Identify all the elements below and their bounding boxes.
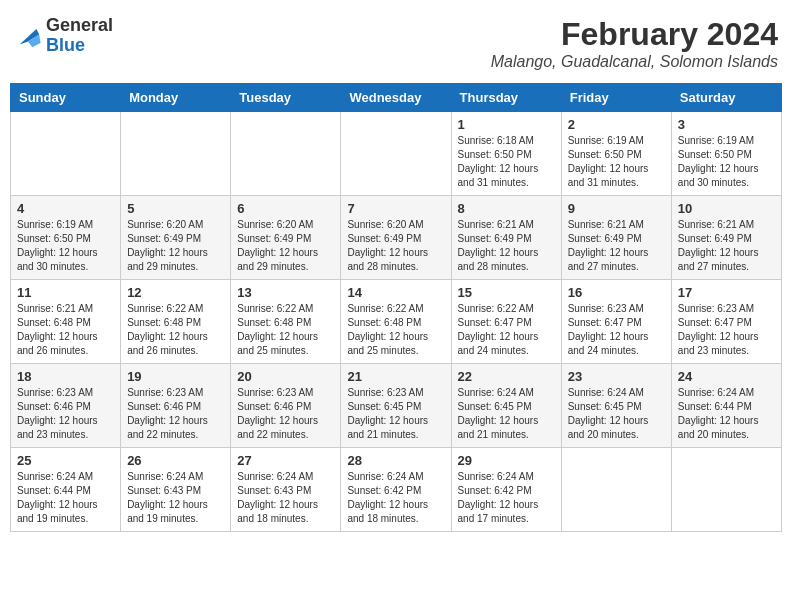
calendar-header-row: Sunday Monday Tuesday Wednesday Thursday… xyxy=(11,84,782,112)
day-info: Sunrise: 6:24 AM Sunset: 6:45 PM Dayligh… xyxy=(458,386,555,442)
day-number: 24 xyxy=(678,369,775,384)
day-number: 2 xyxy=(568,117,665,132)
day-info: Sunrise: 6:23 AM Sunset: 6:47 PM Dayligh… xyxy=(678,302,775,358)
calendar-cell: 15Sunrise: 6:22 AM Sunset: 6:47 PM Dayli… xyxy=(451,280,561,364)
calendar-cell: 13Sunrise: 6:22 AM Sunset: 6:48 PM Dayli… xyxy=(231,280,341,364)
day-info: Sunrise: 6:23 AM Sunset: 6:46 PM Dayligh… xyxy=(17,386,114,442)
day-number: 17 xyxy=(678,285,775,300)
day-number: 16 xyxy=(568,285,665,300)
day-number: 6 xyxy=(237,201,334,216)
day-number: 14 xyxy=(347,285,444,300)
calendar-cell: 22Sunrise: 6:24 AM Sunset: 6:45 PM Dayli… xyxy=(451,364,561,448)
day-number: 3 xyxy=(678,117,775,132)
calendar-cell: 9Sunrise: 6:21 AM Sunset: 6:49 PM Daylig… xyxy=(561,196,671,280)
day-info: Sunrise: 6:20 AM Sunset: 6:49 PM Dayligh… xyxy=(347,218,444,274)
day-info: Sunrise: 6:21 AM Sunset: 6:49 PM Dayligh… xyxy=(458,218,555,274)
day-number: 27 xyxy=(237,453,334,468)
day-info: Sunrise: 6:21 AM Sunset: 6:49 PM Dayligh… xyxy=(568,218,665,274)
col-wednesday: Wednesday xyxy=(341,84,451,112)
day-info: Sunrise: 6:23 AM Sunset: 6:46 PM Dayligh… xyxy=(237,386,334,442)
day-number: 12 xyxy=(127,285,224,300)
day-info: Sunrise: 6:19 AM Sunset: 6:50 PM Dayligh… xyxy=(17,218,114,274)
day-info: Sunrise: 6:21 AM Sunset: 6:49 PM Dayligh… xyxy=(678,218,775,274)
calendar-cell: 14Sunrise: 6:22 AM Sunset: 6:48 PM Dayli… xyxy=(341,280,451,364)
day-info: Sunrise: 6:24 AM Sunset: 6:44 PM Dayligh… xyxy=(678,386,775,442)
calendar-cell: 5Sunrise: 6:20 AM Sunset: 6:49 PM Daylig… xyxy=(121,196,231,280)
calendar-cell xyxy=(231,112,341,196)
calendar-cell: 12Sunrise: 6:22 AM Sunset: 6:48 PM Dayli… xyxy=(121,280,231,364)
calendar-table: Sunday Monday Tuesday Wednesday Thursday… xyxy=(10,83,782,532)
day-number: 10 xyxy=(678,201,775,216)
title-section: February 2024 Malango, Guadalcanal, Solo… xyxy=(491,16,778,71)
day-info: Sunrise: 6:23 AM Sunset: 6:46 PM Dayligh… xyxy=(127,386,224,442)
calendar-week-row: 25Sunrise: 6:24 AM Sunset: 6:44 PM Dayli… xyxy=(11,448,782,532)
calendar-cell: 26Sunrise: 6:24 AM Sunset: 6:43 PM Dayli… xyxy=(121,448,231,532)
calendar-cell: 16Sunrise: 6:23 AM Sunset: 6:47 PM Dayli… xyxy=(561,280,671,364)
calendar-cell xyxy=(341,112,451,196)
day-info: Sunrise: 6:24 AM Sunset: 6:44 PM Dayligh… xyxy=(17,470,114,526)
calendar-subtitle: Malango, Guadalcanal, Solomon Islands xyxy=(491,53,778,71)
calendar-cell: 1Sunrise: 6:18 AM Sunset: 6:50 PM Daylig… xyxy=(451,112,561,196)
day-number: 21 xyxy=(347,369,444,384)
calendar-week-row: 4Sunrise: 6:19 AM Sunset: 6:50 PM Daylig… xyxy=(11,196,782,280)
day-number: 20 xyxy=(237,369,334,384)
calendar-cell: 6Sunrise: 6:20 AM Sunset: 6:49 PM Daylig… xyxy=(231,196,341,280)
logo-icon xyxy=(14,22,42,50)
day-info: Sunrise: 6:18 AM Sunset: 6:50 PM Dayligh… xyxy=(458,134,555,190)
day-info: Sunrise: 6:22 AM Sunset: 6:48 PM Dayligh… xyxy=(127,302,224,358)
day-number: 22 xyxy=(458,369,555,384)
calendar-title: February 2024 xyxy=(491,16,778,53)
day-info: Sunrise: 6:22 AM Sunset: 6:47 PM Dayligh… xyxy=(458,302,555,358)
day-number: 18 xyxy=(17,369,114,384)
day-info: Sunrise: 6:19 AM Sunset: 6:50 PM Dayligh… xyxy=(678,134,775,190)
calendar-week-row: 1Sunrise: 6:18 AM Sunset: 6:50 PM Daylig… xyxy=(11,112,782,196)
calendar-week-row: 18Sunrise: 6:23 AM Sunset: 6:46 PM Dayli… xyxy=(11,364,782,448)
day-number: 7 xyxy=(347,201,444,216)
calendar-cell: 2Sunrise: 6:19 AM Sunset: 6:50 PM Daylig… xyxy=(561,112,671,196)
calendar-cell xyxy=(561,448,671,532)
calendar-cell: 25Sunrise: 6:24 AM Sunset: 6:44 PM Dayli… xyxy=(11,448,121,532)
day-number: 25 xyxy=(17,453,114,468)
calendar-cell: 8Sunrise: 6:21 AM Sunset: 6:49 PM Daylig… xyxy=(451,196,561,280)
calendar-cell: 28Sunrise: 6:24 AM Sunset: 6:42 PM Dayli… xyxy=(341,448,451,532)
day-number: 8 xyxy=(458,201,555,216)
day-number: 4 xyxy=(17,201,114,216)
col-saturday: Saturday xyxy=(671,84,781,112)
logo: General Blue xyxy=(14,16,113,56)
calendar-cell: 18Sunrise: 6:23 AM Sunset: 6:46 PM Dayli… xyxy=(11,364,121,448)
day-info: Sunrise: 6:24 AM Sunset: 6:45 PM Dayligh… xyxy=(568,386,665,442)
calendar-cell: 7Sunrise: 6:20 AM Sunset: 6:49 PM Daylig… xyxy=(341,196,451,280)
calendar-cell: 11Sunrise: 6:21 AM Sunset: 6:48 PM Dayli… xyxy=(11,280,121,364)
col-monday: Monday xyxy=(121,84,231,112)
day-info: Sunrise: 6:24 AM Sunset: 6:43 PM Dayligh… xyxy=(237,470,334,526)
day-info: Sunrise: 6:22 AM Sunset: 6:48 PM Dayligh… xyxy=(347,302,444,358)
day-number: 29 xyxy=(458,453,555,468)
day-number: 28 xyxy=(347,453,444,468)
calendar-cell: 17Sunrise: 6:23 AM Sunset: 6:47 PM Dayli… xyxy=(671,280,781,364)
day-info: Sunrise: 6:19 AM Sunset: 6:50 PM Dayligh… xyxy=(568,134,665,190)
calendar-cell: 21Sunrise: 6:23 AM Sunset: 6:45 PM Dayli… xyxy=(341,364,451,448)
day-number: 9 xyxy=(568,201,665,216)
col-tuesday: Tuesday xyxy=(231,84,341,112)
col-sunday: Sunday xyxy=(11,84,121,112)
day-number: 11 xyxy=(17,285,114,300)
header: General Blue February 2024 Malango, Guad… xyxy=(10,10,782,77)
calendar-week-row: 11Sunrise: 6:21 AM Sunset: 6:48 PM Dayli… xyxy=(11,280,782,364)
day-info: Sunrise: 6:23 AM Sunset: 6:45 PM Dayligh… xyxy=(347,386,444,442)
col-friday: Friday xyxy=(561,84,671,112)
day-info: Sunrise: 6:20 AM Sunset: 6:49 PM Dayligh… xyxy=(237,218,334,274)
calendar-cell: 27Sunrise: 6:24 AM Sunset: 6:43 PM Dayli… xyxy=(231,448,341,532)
calendar-cell: 29Sunrise: 6:24 AM Sunset: 6:42 PM Dayli… xyxy=(451,448,561,532)
calendar-cell: 20Sunrise: 6:23 AM Sunset: 6:46 PM Dayli… xyxy=(231,364,341,448)
day-number: 26 xyxy=(127,453,224,468)
day-info: Sunrise: 6:22 AM Sunset: 6:48 PM Dayligh… xyxy=(237,302,334,358)
calendar-cell xyxy=(121,112,231,196)
calendar-cell: 23Sunrise: 6:24 AM Sunset: 6:45 PM Dayli… xyxy=(561,364,671,448)
day-info: Sunrise: 6:23 AM Sunset: 6:47 PM Dayligh… xyxy=(568,302,665,358)
day-number: 15 xyxy=(458,285,555,300)
day-info: Sunrise: 6:20 AM Sunset: 6:49 PM Dayligh… xyxy=(127,218,224,274)
day-info: Sunrise: 6:21 AM Sunset: 6:48 PM Dayligh… xyxy=(17,302,114,358)
calendar-cell: 4Sunrise: 6:19 AM Sunset: 6:50 PM Daylig… xyxy=(11,196,121,280)
day-number: 19 xyxy=(127,369,224,384)
calendar-cell: 10Sunrise: 6:21 AM Sunset: 6:49 PM Dayli… xyxy=(671,196,781,280)
